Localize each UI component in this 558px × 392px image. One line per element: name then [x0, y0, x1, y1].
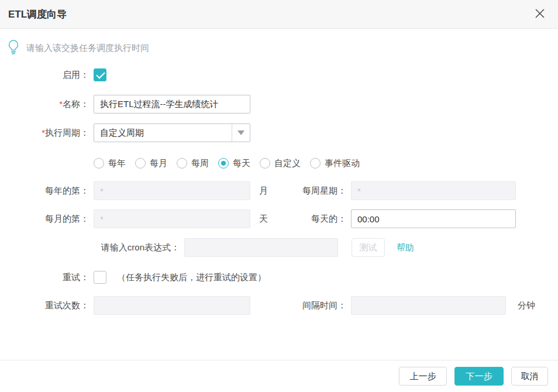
month-day-input: [94, 209, 250, 228]
previous-step-button[interactable]: 上一步: [399, 367, 447, 386]
next-step-button[interactable]: 下一步: [454, 367, 504, 386]
week-day-label: 每周星期：: [250, 185, 346, 197]
minute-suffix-label: 分钟: [518, 300, 535, 311]
hint-row: 请输入该交换任务调度执行时间: [7, 39, 558, 57]
retry-count-label: 重试次数：: [0, 300, 89, 311]
daily-time-label: 每天的：: [250, 214, 346, 225]
radio-icon: [218, 158, 229, 169]
period-select-arrow-button[interactable]: [232, 124, 250, 142]
close-button[interactable]: [533, 7, 547, 21]
name-row: *名称：: [0, 95, 558, 114]
yearday-weekday-row: 每年的第： 月 每周星期：: [0, 181, 558, 200]
radio-icon: [177, 158, 187, 169]
radio-icon: [310, 158, 321, 169]
enable-checkbox[interactable]: [94, 68, 106, 81]
retrycount-interval-row: 重试次数： 间隔时间： 分钟: [0, 296, 558, 315]
monthday-dailytime-row: 每月的第： 天 每天的：: [0, 209, 558, 228]
period-label: *执行周期：: [0, 128, 89, 139]
cron-label: 请输入cron表达式：: [0, 242, 180, 253]
name-label: *名称：: [0, 99, 89, 110]
retry-label: 重试：: [0, 272, 89, 283]
radio-every-week[interactable]: 每周: [177, 158, 209, 169]
radio-icon: [94, 158, 104, 169]
period-row: *执行周期： 自定义周期: [0, 123, 558, 142]
dialog-title: ETL调度向导: [8, 8, 67, 21]
retry-row: 重试： （任务执行失败后，进行重试的设置）: [0, 271, 558, 284]
radio-every-month[interactable]: 每月: [135, 158, 167, 169]
period-select-value: 自定义周期: [94, 128, 232, 139]
chevron-down-icon: [237, 130, 244, 135]
cron-row: 请输入cron表达式： 测试 帮助: [0, 238, 558, 257]
lightbulb-icon: [7, 39, 20, 58]
radio-icon: [135, 158, 146, 169]
radio-every-day[interactable]: 每天: [218, 158, 250, 169]
close-icon: [534, 8, 546, 21]
radio-icon: [260, 158, 270, 169]
dialog-header: ETL调度向导: [0, 0, 558, 29]
daily-time-input[interactable]: [351, 209, 516, 228]
etl-schedule-wizard-dialog: ETL调度向导 请输入该交换任务调度执行时间 启用： *名称：: [0, 0, 558, 392]
cron-help-link[interactable]: 帮助: [397, 242, 414, 253]
retry-checkbox[interactable]: [94, 271, 106, 284]
cron-test-button[interactable]: 测试: [352, 238, 385, 257]
cancel-button[interactable]: 取消: [511, 367, 548, 386]
cron-input: [184, 238, 338, 257]
retry-note: （任务执行失败后，进行重试的设置）: [117, 272, 266, 283]
radio-event-driven[interactable]: 事件驱动: [310, 158, 360, 169]
name-input[interactable]: [94, 95, 250, 114]
retry-count-input: [94, 296, 250, 315]
dialog-footer: 上一步 下一步 取消: [0, 360, 558, 392]
interval-input: [351, 296, 506, 315]
year-day-label: 每年的第：: [0, 185, 89, 197]
enable-row: 启用：: [0, 68, 558, 81]
frequency-radio-group: 每年 每月 每周 每天 自定义 事件驱动: [0, 157, 558, 169]
month-day-label: 每月的第：: [0, 214, 89, 225]
year-day-input: [94, 181, 250, 200]
enable-label: 启用：: [0, 70, 89, 81]
radio-every-year[interactable]: 每年: [94, 158, 126, 169]
hint-text: 请输入该交换任务调度执行时间: [26, 43, 149, 54]
interval-label: 间隔时间：: [250, 300, 346, 311]
period-select[interactable]: 自定义周期: [94, 123, 250, 142]
week-day-input: [351, 181, 516, 200]
radio-custom[interactable]: 自定义: [260, 158, 301, 169]
